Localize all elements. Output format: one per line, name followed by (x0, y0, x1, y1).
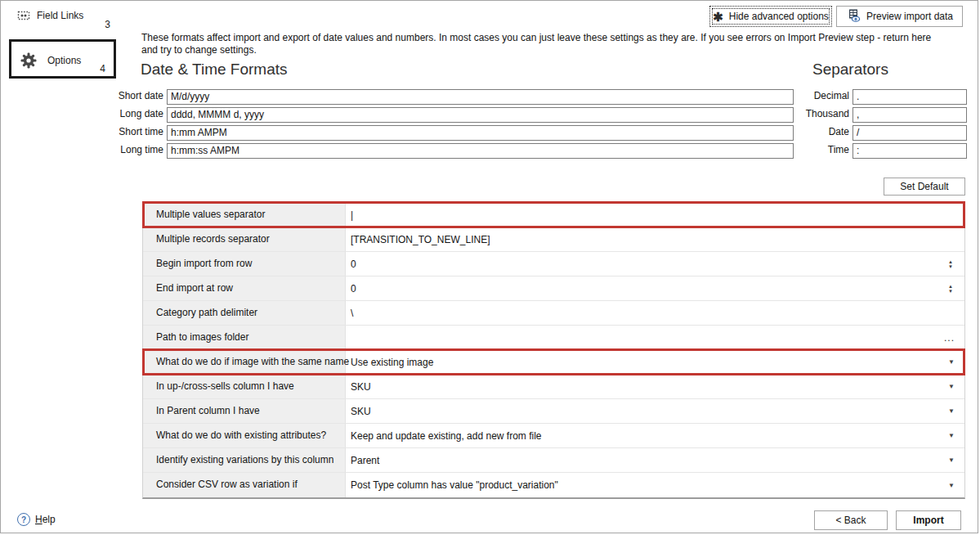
row-image-same-name-action[interactable]: What do we do if image with the same nam… (143, 350, 964, 375)
row-category-path-delimiter[interactable]: Category path delimiter \ (143, 301, 964, 326)
option-label: In up-/cross-sells column I have (143, 375, 346, 398)
chevron-down-icon[interactable]: ▼ (948, 482, 955, 489)
option-value[interactable]: Post Type column has value "product_vari… (346, 473, 964, 497)
option-value[interactable]: [TRANSITION_TO_NEW_LINE] (346, 227, 964, 251)
short-time-label: Short time (119, 124, 163, 140)
import-button[interactable]: Import (896, 510, 961, 530)
option-label: End import at row (143, 276, 346, 300)
row-identify-variations-column[interactable]: Identify existing variations by this col… (143, 448, 964, 473)
thousand-separator-input[interactable] (852, 107, 967, 123)
advanced-options-table: Multiple values separator | Multiple rec… (142, 202, 965, 499)
row-begin-import-from-row[interactable]: Begin import from row 0 ▲ ▼ (143, 252, 964, 276)
preview-data-icon (846, 8, 861, 25)
import-wizard-window: Field Links 3 Options 4 ✱ Hide advanced … (0, 0, 978, 533)
options-description: These formats affect import and export o… (141, 32, 949, 56)
option-value[interactable]: Keep and update existing, add new from f… (346, 424, 964, 447)
option-label: Identify existing variations by this col… (143, 448, 346, 472)
option-value[interactable]: SKU ▼ (346, 375, 964, 398)
option-value[interactable]: ... (346, 326, 964, 349)
preview-import-data-button[interactable]: Preview import data (836, 6, 963, 27)
short-time-row: Short time (167, 124, 794, 140)
long-time-input[interactable] (167, 143, 794, 159)
option-value[interactable]: Parent ▼ (346, 448, 964, 472)
field-links-label: Field Links (37, 10, 83, 21)
spinner-down-icon[interactable]: ▼ (948, 264, 953, 269)
field-links-step-number: 3 (97, 19, 110, 30)
options-step-number: 4 (100, 63, 105, 74)
row-multiple-values-separator[interactable]: Multiple values separator | (143, 203, 964, 227)
time-separator-row: Time (852, 142, 967, 158)
option-value[interactable]: SKU ▼ (346, 399, 964, 423)
hide-advanced-options-button[interactable]: ✱ Hide advanced options (709, 6, 832, 27)
long-time-label: Long time (120, 142, 163, 158)
option-label: Multiple records separator (143, 227, 346, 251)
date-separator-label: Date (829, 124, 849, 140)
option-value[interactable]: \ (346, 301, 964, 325)
spinner-down-icon[interactable]: ▼ (948, 289, 953, 294)
long-date-row: Long date (167, 106, 794, 122)
chevron-down-icon[interactable]: ▼ (948, 358, 955, 366)
option-label: Begin import from row (143, 252, 346, 276)
option-value[interactable]: Use existing image ▼ (346, 350, 964, 374)
separators-heading: Separators (812, 61, 888, 79)
preview-import-data-label: Preview import data (866, 11, 953, 22)
row-up-cross-sells-column[interactable]: In up-/cross-sells column I have SKU ▼ (143, 375, 964, 399)
short-time-input[interactable] (167, 125, 794, 141)
back-button[interactable]: < Back (814, 510, 888, 530)
date-separator-row: Date (852, 124, 967, 140)
set-default-button[interactable]: Set Default (884, 178, 965, 196)
options-label: Options (47, 55, 81, 66)
focus-outline (712, 8, 830, 25)
chevron-down-icon[interactable]: ▼ (948, 407, 955, 415)
thousand-separator-row: Thousand (852, 106, 967, 122)
row-path-to-images-folder[interactable]: Path to images folder ... (143, 326, 964, 350)
decimal-separator-label: Decimal (814, 88, 849, 104)
browse-button[interactable]: ... (944, 334, 955, 342)
help-link[interactable]: ? Help (17, 513, 56, 526)
option-label: Path to images folder (143, 326, 346, 349)
option-value[interactable]: 0 ▲ ▼ (346, 276, 964, 300)
row-existing-attributes-action[interactable]: What do we do with existing attributes? … (143, 424, 964, 448)
long-date-input[interactable] (167, 107, 794, 123)
decimal-separator-row: Decimal (852, 88, 967, 104)
field-links-icon (17, 9, 30, 22)
option-value[interactable]: 0 ▲ ▼ (346, 252, 964, 276)
option-label: Multiple values separator (143, 203, 346, 227)
option-label: Category path delimiter (143, 301, 346, 325)
short-date-row: Short date (167, 88, 794, 104)
row-multiple-records-separator[interactable]: Multiple records separator [TRANSITION_T… (143, 227, 964, 252)
chevron-down-icon[interactable]: ▼ (948, 432, 955, 439)
gear-icon (20, 52, 38, 73)
long-date-label: Long date (120, 106, 163, 122)
short-date-input[interactable] (167, 89, 794, 105)
chevron-down-icon[interactable]: ▼ (948, 456, 955, 464)
decimal-separator-input[interactable] (852, 89, 967, 105)
help-label: Help (35, 514, 56, 525)
option-label: What do we do with existing attributes? (143, 424, 346, 447)
option-label: In Parent column I have (143, 399, 346, 423)
sidebar-item-options[interactable]: Options 4 (9, 39, 116, 79)
chevron-down-icon[interactable]: ▼ (948, 383, 955, 390)
help-icon: ? (17, 513, 30, 526)
time-separator-label: Time (828, 142, 849, 158)
thousand-separator-label: Thousand (806, 106, 849, 122)
back-label: < Back (835, 515, 866, 526)
short-date-label: Short date (119, 88, 163, 104)
long-time-row: Long time (167, 142, 794, 158)
number-spinner[interactable]: ▲ ▼ (948, 259, 953, 269)
option-value[interactable]: | (346, 203, 964, 227)
date-time-formats-heading: Date & Time Formats (141, 61, 288, 79)
row-end-import-at-row[interactable]: End import at row 0 ▲ ▼ (143, 276, 964, 301)
option-label: What do we do if image with the same nam… (143, 350, 346, 374)
row-csv-row-variation-condition[interactable]: Consider CSV row as variation if Post Ty… (143, 473, 964, 497)
sidebar-item-field-links[interactable]: Field Links (17, 9, 83, 22)
row-parent-column[interactable]: In Parent column I have SKU ▼ (143, 399, 964, 424)
set-default-label: Set Default (900, 181, 948, 192)
import-label: Import (913, 515, 943, 526)
date-separator-input[interactable] (852, 125, 967, 141)
time-separator-input[interactable] (852, 143, 967, 159)
option-label: Consider CSV row as variation if (143, 473, 346, 497)
number-spinner[interactable]: ▲ ▼ (948, 284, 953, 294)
